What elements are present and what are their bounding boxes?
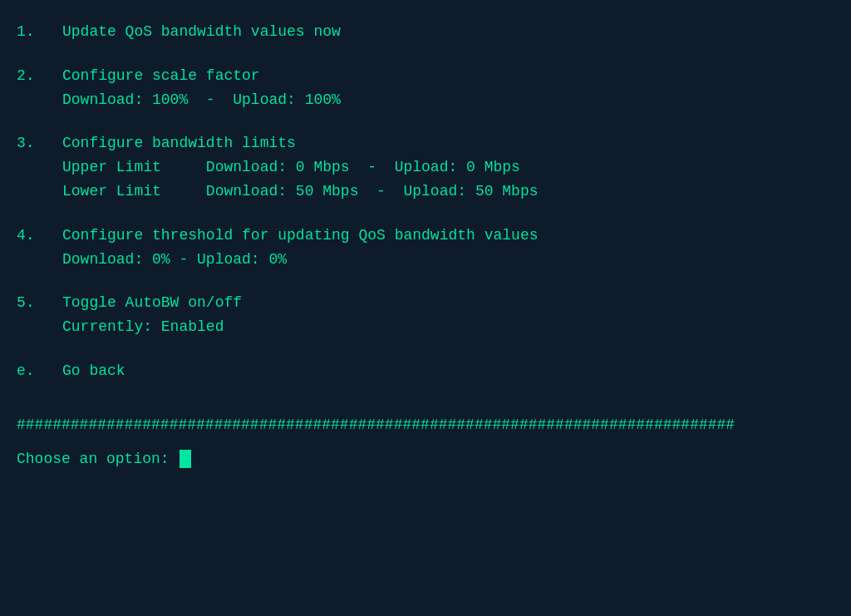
item-number-4: 4.	[17, 224, 62, 248]
item-sub-3-0: Upper Limit Download: 0 Mbps - Upload: 0…	[17, 155, 834, 180]
item-label-e: Go back	[62, 359, 125, 383]
item-number-e: e.	[17, 359, 62, 383]
prompt-line[interactable]: Choose an option:	[17, 446, 834, 468]
item-sub-3-1: Lower Limit Download: 50 Mbps - Upload: …	[17, 180, 834, 204]
prompt-text: Choose an option:	[17, 451, 170, 467]
item-label-4: Configure threshold for updating QoS ban…	[62, 224, 539, 248]
item-label-2: Configure scale factor	[62, 64, 260, 88]
item-label-5: Toggle AutoBW on/off	[62, 291, 242, 315]
menu-item-1: 1. Update QoS bandwidth values now	[17, 20, 834, 44]
menu-item-5: 5. Toggle AutoBW on/off Currently: Enabl…	[17, 291, 834, 339]
menu-item-2: 2. Configure scale factor Download: 100%…	[17, 64, 834, 112]
item-number-3: 3.	[17, 131, 62, 155]
cursor	[180, 450, 191, 468]
item-number-2: 2.	[17, 64, 62, 88]
item-number-5: 5.	[17, 291, 62, 315]
item-label-3: Configure bandwidth limits	[62, 131, 296, 155]
menu-item-4: 4. Configure threshold for updating QoS …	[17, 224, 834, 272]
divider: ########################################…	[17, 416, 834, 433]
menu-item-3: 3. Configure bandwidth limits Upper Limi…	[17, 131, 834, 203]
menu-item-e: e. Go back	[17, 359, 834, 383]
terminal: 1. Update QoS bandwidth values now 2. Co…	[17, 20, 834, 599]
item-sub-5-0: Currently: Enabled	[17, 315, 834, 339]
item-sub-2-0: Download: 100% - Upload: 100%	[17, 88, 834, 112]
item-number-1: 1.	[17, 20, 62, 44]
item-sub-4-0: Download: 0% - Upload: 0%	[17, 248, 834, 272]
item-label-1: Update QoS bandwidth values now	[62, 20, 341, 44]
